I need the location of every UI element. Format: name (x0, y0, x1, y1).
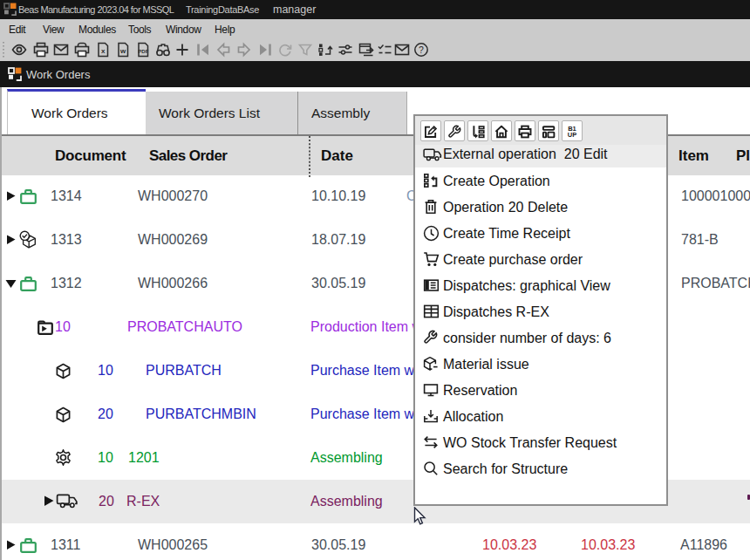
svg-text:PDF: PDF (138, 49, 148, 54)
svg-text:x: x (101, 47, 106, 55)
svg-text:?: ? (419, 44, 424, 55)
svg-text:w: w (119, 47, 126, 55)
svg-text:UP: UP (568, 131, 576, 139)
